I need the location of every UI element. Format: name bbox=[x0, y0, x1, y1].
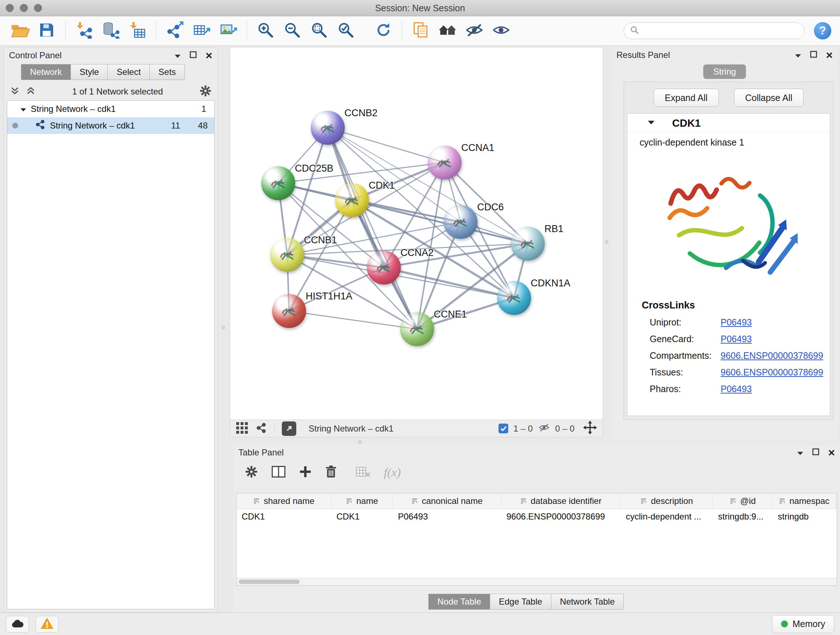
search-input[interactable] bbox=[643, 25, 798, 36]
expand-all-networks-icon[interactable] bbox=[10, 86, 20, 97]
import-table-button[interactable] bbox=[126, 19, 149, 42]
export-network-button[interactable] bbox=[163, 19, 186, 42]
network-node-cdc6[interactable] bbox=[444, 205, 477, 239]
selected-checkbox-icon[interactable] bbox=[499, 424, 508, 433]
column-header[interactable]: namespac bbox=[773, 494, 836, 509]
tab-node-table[interactable]: Node Table bbox=[428, 594, 490, 610]
splitter-handle[interactable] bbox=[221, 326, 225, 329]
disclosure-triangle-icon[interactable] bbox=[20, 104, 27, 114]
export-view-button[interactable] bbox=[282, 421, 296, 436]
network-node-ccna1[interactable] bbox=[428, 146, 462, 180]
column-header[interactable]: canonical name bbox=[393, 494, 501, 509]
crosslink-link[interactable]: 9606.ENSP00000378699 bbox=[721, 350, 823, 361]
table-cell[interactable]: stringdb bbox=[773, 509, 836, 525]
tab-edge-table[interactable]: Edge Table bbox=[490, 594, 551, 610]
refresh-view-button[interactable] bbox=[372, 19, 395, 42]
pan-tool-icon[interactable] bbox=[583, 421, 597, 437]
table-cell[interactable]: cyclin-dependent ... bbox=[621, 509, 713, 525]
horizontal-scrollbar[interactable] bbox=[237, 578, 837, 585]
float-panel-icon[interactable] bbox=[812, 448, 819, 458]
collapse-all-networks-icon[interactable] bbox=[26, 86, 36, 97]
zoom-out-button[interactable] bbox=[281, 19, 304, 42]
hide-selected-button[interactable] bbox=[463, 19, 486, 42]
scrollbar-thumb[interactable] bbox=[239, 580, 300, 584]
crosslink-link[interactable]: 9606.ENSP00000378699 bbox=[721, 367, 823, 378]
save-session-button[interactable] bbox=[35, 19, 58, 42]
network-edge[interactable] bbox=[289, 311, 417, 329]
table-cell[interactable]: CDK1 bbox=[332, 509, 393, 525]
table-row[interactable]: CDK1 CDK1 P06493 9606.ENSP00000378699 cy… bbox=[237, 509, 837, 525]
close-panel-icon[interactable]: × bbox=[205, 50, 212, 61]
network-node-cdc25b[interactable] bbox=[261, 166, 295, 200]
float-panel-icon[interactable] bbox=[189, 50, 197, 60]
crosslink-link[interactable]: P06493 bbox=[721, 334, 752, 344]
warnings-button[interactable] bbox=[35, 616, 58, 632]
splitter-handle[interactable] bbox=[605, 240, 608, 244]
close-panel-icon[interactable]: × bbox=[826, 49, 833, 61]
grid-view-icon[interactable] bbox=[236, 422, 248, 435]
network-node-hist1h1a[interactable] bbox=[272, 294, 306, 328]
splitter-handle[interactable] bbox=[358, 440, 362, 444]
network-edge[interactable] bbox=[328, 128, 445, 163]
network-node-ccnb2[interactable] bbox=[311, 111, 345, 145]
network-canvas[interactable]: CCNB2CCNA1CDC25BCDK1CDC6RB1CCNB1CCNA2CDK… bbox=[230, 48, 603, 420]
tab-sets[interactable]: Sets bbox=[149, 64, 185, 80]
gear-icon[interactable] bbox=[199, 85, 212, 98]
network-node-ccna2[interactable] bbox=[367, 250, 401, 285]
table-settings-gear-icon[interactable] bbox=[245, 465, 258, 480]
network-node-rb1[interactable] bbox=[511, 226, 545, 261]
tab-style[interactable]: Style bbox=[71, 64, 108, 80]
column-header[interactable]: shared name bbox=[237, 494, 332, 509]
table-cell[interactable]: 9606.ENSP00000378699 bbox=[501, 509, 621, 525]
panel-menu-icon[interactable] bbox=[797, 448, 804, 458]
export-image-button[interactable] bbox=[217, 19, 240, 42]
birdseye-view-icon[interactable] bbox=[256, 422, 267, 435]
zoom-fit-button[interactable] bbox=[308, 19, 331, 42]
table-cell[interactable]: CDK1 bbox=[237, 509, 332, 525]
network-node-cdk1[interactable] bbox=[335, 183, 369, 217]
network-node-ccnb1[interactable] bbox=[270, 238, 304, 272]
table-cell[interactable]: P06493 bbox=[393, 509, 501, 525]
show-columns-icon[interactable] bbox=[272, 466, 286, 479]
help-button[interactable]: ? bbox=[814, 22, 831, 40]
open-session-button[interactable] bbox=[8, 19, 32, 42]
delete-column-trash-icon[interactable] bbox=[325, 465, 337, 480]
memory-button[interactable]: Memory bbox=[772, 615, 834, 633]
home-button[interactable] bbox=[436, 19, 459, 42]
tab-string[interactable]: String bbox=[703, 65, 746, 79]
panel-menu-icon[interactable] bbox=[174, 50, 181, 60]
panel-menu-icon[interactable] bbox=[795, 50, 801, 60]
network-edge[interactable] bbox=[384, 268, 514, 298]
expand-all-button[interactable]: Expand All bbox=[654, 89, 719, 107]
column-header[interactable]: database identifier bbox=[501, 494, 621, 509]
add-column-icon[interactable] bbox=[299, 466, 311, 479]
export-table-button[interactable] bbox=[190, 19, 213, 42]
network-tree-item-row[interactable]: String Network – cdk1 11 48 bbox=[7, 117, 214, 134]
show-all-button[interactable] bbox=[489, 19, 513, 42]
collapse-section-icon[interactable] bbox=[647, 120, 655, 126]
import-network-database-button[interactable] bbox=[99, 19, 122, 42]
network-node-cdkn1a[interactable] bbox=[497, 281, 531, 315]
float-panel-icon[interactable] bbox=[810, 50, 817, 60]
network-tree-root-row[interactable]: String Network – cdk1 1 bbox=[7, 101, 214, 117]
tab-select[interactable]: Select bbox=[107, 64, 150, 80]
tab-network-table[interactable]: Network Table bbox=[551, 594, 624, 610]
global-search[interactable] bbox=[624, 22, 805, 39]
close-panel-icon[interactable]: × bbox=[828, 447, 835, 458]
column-header[interactable]: @id bbox=[713, 494, 773, 509]
collapse-all-button[interactable]: Collapse All bbox=[734, 89, 804, 107]
import-network-file-button[interactable] bbox=[73, 19, 95, 42]
zoom-in-button[interactable] bbox=[254, 19, 277, 42]
gene-card-header[interactable]: CDK1 bbox=[627, 114, 830, 133]
network-node-ccne1[interactable] bbox=[400, 312, 434, 346]
crosslink-link[interactable]: P06493 bbox=[721, 384, 752, 394]
tab-network[interactable]: Network bbox=[21, 64, 71, 80]
hidden-eye-icon[interactable] bbox=[538, 423, 550, 435]
column-header[interactable]: name bbox=[332, 494, 393, 509]
table-cell[interactable]: stringdb:9... bbox=[713, 509, 773, 525]
column-header[interactable]: description bbox=[621, 494, 713, 509]
cloud-status-button[interactable] bbox=[6, 616, 29, 632]
zoom-selected-button[interactable] bbox=[334, 19, 357, 42]
crosslink-link[interactable]: P06493 bbox=[721, 317, 752, 328]
copy-button[interactable] bbox=[409, 19, 432, 42]
